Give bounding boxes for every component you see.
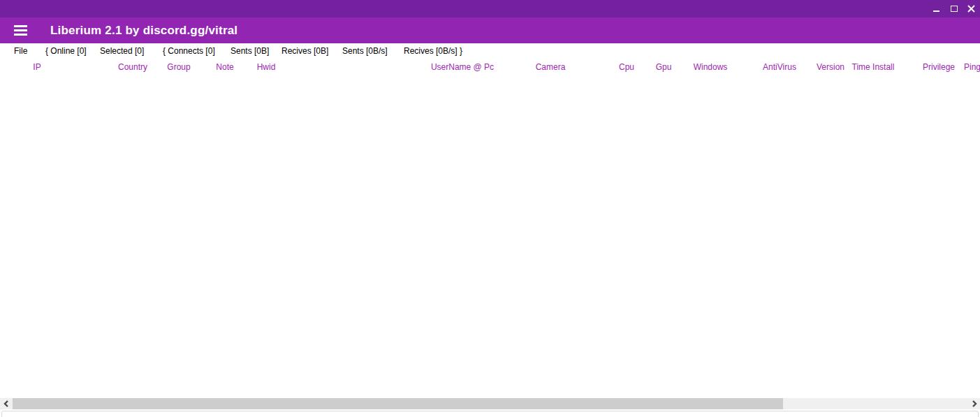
window-controls bbox=[928, 0, 980, 17]
horizontal-scrollbar[interactable] bbox=[0, 398, 980, 409]
column-header-antivirus[interactable]: AntiVirus bbox=[763, 59, 796, 75]
column-header-group[interactable]: Group bbox=[167, 59, 190, 75]
status-recives-rate: Recives [0B/s] } bbox=[404, 43, 462, 59]
maximize-icon bbox=[951, 6, 958, 12]
maximize-button[interactable] bbox=[945, 0, 963, 17]
client-grid-header: IP Country Group Note Hwid UserName @ Pc… bbox=[0, 59, 980, 75]
status-online-count: { Online [0] bbox=[45, 43, 87, 59]
column-header-username-pc[interactable]: UserName @ Pc bbox=[431, 59, 494, 75]
scroll-right-button[interactable] bbox=[968, 398, 980, 409]
chevron-right-icon bbox=[972, 400, 977, 407]
column-header-ip[interactable]: IP bbox=[33, 59, 41, 75]
column-header-gpu[interactable]: Gpu bbox=[656, 59, 672, 75]
column-header-note[interactable]: Note bbox=[216, 59, 233, 75]
menu-file[interactable]: File bbox=[14, 43, 27, 59]
close-button[interactable] bbox=[963, 0, 980, 17]
close-icon bbox=[967, 5, 975, 13]
liberium-window: { "window": { "title": "Liberium 2.1 by … bbox=[0, 0, 980, 417]
hamburger-menu-icon[interactable] bbox=[14, 25, 27, 36]
chevron-left-icon bbox=[3, 400, 9, 407]
minimize-button[interactable] bbox=[928, 0, 945, 17]
column-header-cpu[interactable]: Cpu bbox=[619, 59, 634, 75]
bottom-panel-edge bbox=[1, 411, 979, 417]
column-header-camera[interactable]: Camera bbox=[536, 59, 566, 75]
menu-strip: File { Online [0] Selected [0] { Connect… bbox=[0, 43, 980, 59]
column-header-hwid[interactable]: Hwid bbox=[257, 59, 276, 75]
app-title: Liberium 2.1 by discord.gg/vitral bbox=[50, 17, 237, 43]
app-bar: Liberium 2.1 by discord.gg/vitral bbox=[0, 17, 980, 43]
scrollbar-thumb[interactable] bbox=[13, 398, 783, 409]
scroll-left-button[interactable] bbox=[0, 398, 12, 409]
status-sents-rate: Sents [0B/s] bbox=[342, 43, 388, 59]
status-recives-total: Recives [0B] bbox=[281, 43, 328, 59]
window-titlebar bbox=[0, 0, 980, 17]
client-grid-body bbox=[0, 75, 980, 398]
column-header-ping[interactable]: Ping bbox=[964, 59, 980, 75]
minimize-icon bbox=[933, 10, 939, 12]
column-header-windows[interactable]: Windows bbox=[694, 59, 728, 75]
column-header-privilege[interactable]: Privilege bbox=[923, 59, 955, 75]
status-selected-count: Selected [0] bbox=[100, 43, 144, 59]
status-sents-total: Sents [0B] bbox=[231, 43, 269, 59]
status-connects-count: { Connects [0] bbox=[163, 43, 215, 59]
column-header-time-install[interactable]: Time Install bbox=[852, 59, 895, 75]
column-header-country[interactable]: Country bbox=[118, 59, 147, 75]
column-header-version[interactable]: Version bbox=[817, 59, 844, 75]
